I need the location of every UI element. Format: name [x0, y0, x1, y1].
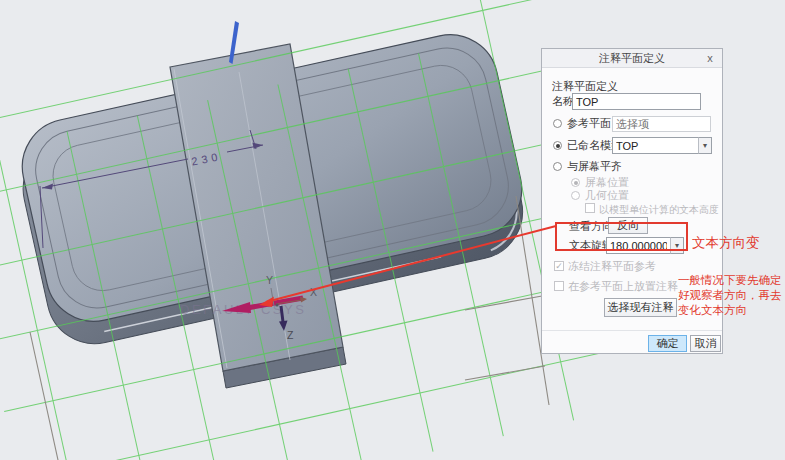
section-label: 注释平面定义 [552, 80, 618, 93]
cancel-button[interactable]: 取消 [690, 335, 721, 352]
ok-button[interactable]: 确定 [648, 335, 687, 352]
place-on-plane-checkbox [554, 281, 564, 291]
screen-position-radio [571, 178, 580, 187]
reverse-button[interactable]: 反向 [608, 217, 648, 234]
geometry-position-radio [571, 191, 580, 200]
name-input[interactable] [572, 93, 701, 110]
screen-aligned-label: 与屏幕平齐 [567, 160, 622, 173]
wcs-origin [276, 304, 279, 307]
view-direction-label: 查看方向 [569, 220, 613, 233]
reference-plane-input[interactable] [612, 116, 711, 132]
place-on-plane-label: 在参考平面上放置注释 [568, 280, 678, 293]
named-orientation-value[interactable] [612, 137, 699, 154]
model-units-label: 以模型单位计算的文本高度 [599, 203, 719, 216]
select-existing-button[interactable]: 选择现有注释 [604, 298, 677, 317]
annotation-plane-dialog: 注释平面定义 x 注释平面定义 名称 参考平面 已命名模型方向 ▾ 与屏幕平齐 … [541, 48, 723, 354]
freeze-checkbox: ✓ [554, 261, 564, 271]
axis-x-label: X [310, 286, 317, 298]
freeze-checkbox-label: 冻结注释平面参考 [568, 260, 656, 273]
dialog-title: 注释平面定义 [542, 49, 722, 68]
screen-position-label: 屏幕位置 [585, 176, 629, 189]
close-icon[interactable]: x [704, 51, 716, 65]
axis-y-label: Y [266, 274, 273, 286]
reference-plane-label: 参考平面 [567, 117, 611, 130]
name-label: 名称 [552, 95, 574, 108]
dialog-separator [542, 330, 722, 331]
text-rotation-input[interactable] [606, 237, 671, 254]
named-orientation-radio[interactable] [553, 141, 562, 150]
axis-z-label: Z [287, 329, 294, 341]
model-units-checkbox [585, 203, 595, 213]
cad-application-window: 230 DEFAULT CSYS Y X Z 注释平面定义 x 注释平面定义 名… [0, 0, 785, 460]
geometry-position-label: 几何位置 [585, 189, 629, 202]
screen-aligned-radio[interactable] [553, 162, 562, 171]
reference-plane-radio[interactable] [553, 119, 562, 128]
named-orientation-dropdown-icon[interactable]: ▾ [698, 137, 712, 154]
text-rotation-dropdown-icon[interactable]: ▾ [670, 237, 684, 254]
